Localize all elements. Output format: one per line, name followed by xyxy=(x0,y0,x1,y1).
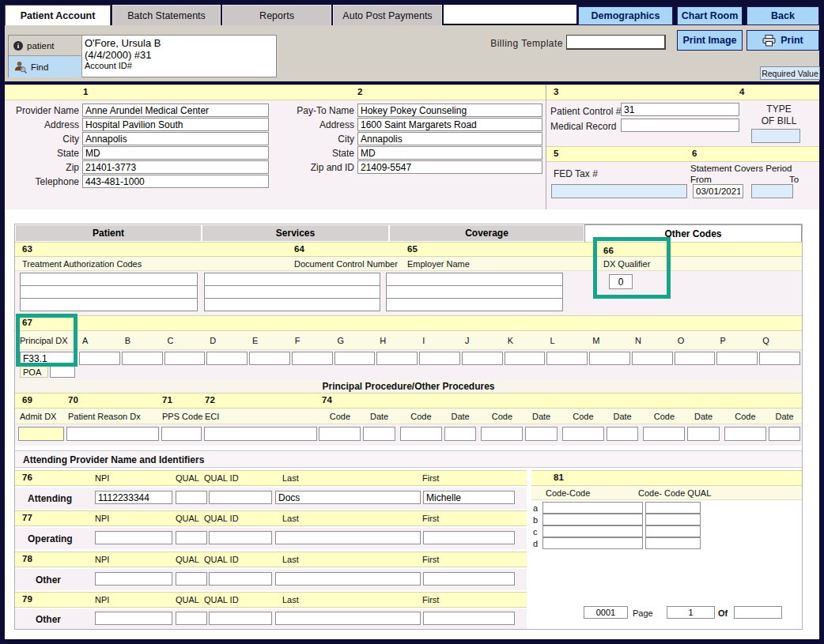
chart-room-button[interactable]: Chart Room xyxy=(677,6,743,25)
code-code-input-c[interactable] xyxy=(542,525,643,537)
dx-input-c[interactable] xyxy=(164,352,206,365)
statement-from-input[interactable] xyxy=(693,184,743,198)
other78-qual-input[interactable] xyxy=(176,572,207,586)
attending-qual-id-input[interactable] xyxy=(209,491,272,504)
payto-name-input[interactable] xyxy=(357,104,542,117)
tab-batch-statements[interactable]: Batch Statements xyxy=(112,5,221,25)
statement-to-input[interactable] xyxy=(751,184,793,198)
dx-input-f[interactable] xyxy=(292,352,333,365)
proc-date-input[interactable] xyxy=(607,427,638,441)
doc-number-input[interactable] xyxy=(584,606,628,619)
dx-input-n[interactable] xyxy=(632,352,673,365)
print-image-button[interactable]: Print Image xyxy=(677,30,743,51)
provider-name-input[interactable] xyxy=(82,104,269,117)
operating-qual-id-input[interactable] xyxy=(209,531,272,544)
operating-npi-input[interactable] xyxy=(95,531,172,544)
provider-address-input[interactable] xyxy=(82,118,269,131)
page-of-input[interactable] xyxy=(734,606,782,619)
doc-control-input-2[interactable] xyxy=(204,285,380,299)
proc-code-input[interactable] xyxy=(562,427,604,441)
type-of-bill-input[interactable] xyxy=(751,129,800,143)
dx-input-a[interactable] xyxy=(79,352,120,365)
code-qual-input-a[interactable] xyxy=(645,502,701,514)
proc-code-input[interactable] xyxy=(724,427,766,441)
proc-date-input[interactable] xyxy=(525,427,557,441)
demographics-button[interactable]: Demographics xyxy=(578,6,673,25)
medical-record-input[interactable] xyxy=(621,119,739,132)
dx-qualifier-input[interactable] xyxy=(609,274,633,289)
dx-input-q[interactable] xyxy=(759,352,800,365)
proc-code-input[interactable] xyxy=(319,427,361,441)
dx-input-i[interactable] xyxy=(419,352,460,365)
back-button[interactable]: Back xyxy=(747,6,819,25)
code-code-input-a[interactable] xyxy=(542,502,643,514)
provider-phone-input[interactable] xyxy=(82,175,269,188)
provider-state-input[interactable] xyxy=(82,146,269,160)
provider-zip-input[interactable] xyxy=(82,160,269,174)
required-value-badge[interactable]: Required Value xyxy=(760,66,820,80)
other78-qual-id-input[interactable] xyxy=(209,572,272,586)
other78-last-input[interactable] xyxy=(275,572,421,586)
doc-control-input-1[interactable] xyxy=(204,273,380,286)
pps-code-input[interactable] xyxy=(161,427,202,441)
proc-code-input[interactable] xyxy=(400,427,442,441)
dx-input-h[interactable] xyxy=(376,352,418,365)
treatment-auth-input-2[interactable] xyxy=(20,285,198,299)
principal-dx-input[interactable] xyxy=(20,352,75,365)
employer-name-input-3[interactable] xyxy=(386,298,563,311)
proc-code-input[interactable] xyxy=(481,427,523,441)
find-patient-button[interactable]: Find xyxy=(9,56,82,77)
dx-input-o[interactable] xyxy=(675,352,716,365)
patient-reason-input[interactable] xyxy=(66,427,159,441)
dx-input-j[interactable] xyxy=(462,352,503,365)
tab-patient-account[interactable]: Patient Account xyxy=(5,5,111,25)
proc-date-input[interactable] xyxy=(687,427,719,441)
dx-input-b[interactable] xyxy=(122,352,163,365)
attending-qual-input[interactable] xyxy=(176,491,207,504)
eci-input[interactable] xyxy=(204,427,317,441)
other78-first-input[interactable] xyxy=(423,572,515,586)
payto-state-input[interactable] xyxy=(357,146,542,160)
payto-city-input[interactable] xyxy=(357,132,542,145)
claim-tab-other-codes[interactable]: Other Codes xyxy=(584,224,802,242)
operating-first-input[interactable] xyxy=(423,531,515,544)
dx-input-l[interactable] xyxy=(546,352,588,365)
patient-control-input[interactable] xyxy=(621,103,739,116)
claim-tab-coverage[interactable]: Coverage xyxy=(389,224,584,242)
proc-date-input[interactable] xyxy=(444,427,476,441)
payto-zip-input[interactable] xyxy=(357,160,542,174)
dx-input-k[interactable] xyxy=(505,352,546,365)
other79-npi-input[interactable] xyxy=(95,612,172,625)
claim-tab-services[interactable]: Services xyxy=(202,224,389,242)
employer-name-input-1[interactable] xyxy=(386,273,563,286)
proc-code-input[interactable] xyxy=(643,427,685,441)
other79-first-input[interactable] xyxy=(423,612,515,625)
employer-name-input-2[interactable] xyxy=(386,285,563,299)
treatment-auth-input-1[interactable] xyxy=(20,273,198,286)
dx-input-d[interactable] xyxy=(206,352,248,365)
code-code-input-d[interactable] xyxy=(542,537,643,549)
provider-city-input[interactable] xyxy=(82,132,269,145)
patient-info-button[interactable]: i patient xyxy=(9,36,82,56)
poa-input[interactable] xyxy=(50,366,75,378)
proc-date-input[interactable] xyxy=(363,427,395,441)
page-number-input[interactable] xyxy=(667,606,715,619)
admit-dx-input[interactable] xyxy=(18,427,64,441)
code-qual-input-b[interactable] xyxy=(645,514,701,525)
code-qual-input-d[interactable] xyxy=(645,537,701,549)
attending-npi-input[interactable] xyxy=(95,491,172,504)
dx-input-p[interactable] xyxy=(716,352,758,365)
claim-tab-patient[interactable]: Patient xyxy=(15,224,202,242)
attending-first-input[interactable] xyxy=(423,491,515,504)
other78-npi-input[interactable] xyxy=(95,572,172,586)
billing-template-input[interactable] xyxy=(566,35,666,50)
code-qual-input-c[interactable] xyxy=(645,525,701,537)
tab-auto-post-payments[interactable]: Auto Post Payments xyxy=(333,5,442,25)
dx-input-e[interactable] xyxy=(249,352,290,365)
other79-qual-id-input[interactable] xyxy=(209,612,272,625)
other79-last-input[interactable] xyxy=(275,612,421,625)
dx-input-m[interactable] xyxy=(589,352,630,365)
doc-control-input-3[interactable] xyxy=(204,298,380,311)
operating-qual-input[interactable] xyxy=(176,531,207,544)
attending-last-input[interactable] xyxy=(275,491,421,504)
